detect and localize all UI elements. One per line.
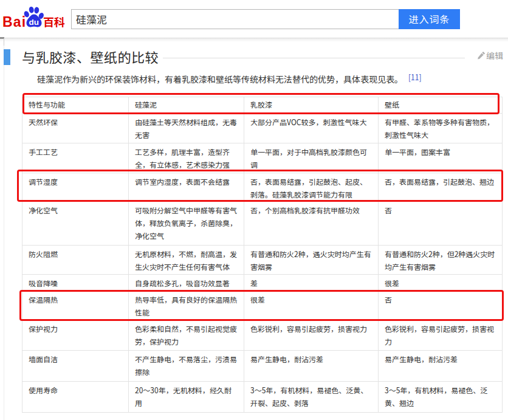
svg-text:du: du [29, 18, 39, 27]
